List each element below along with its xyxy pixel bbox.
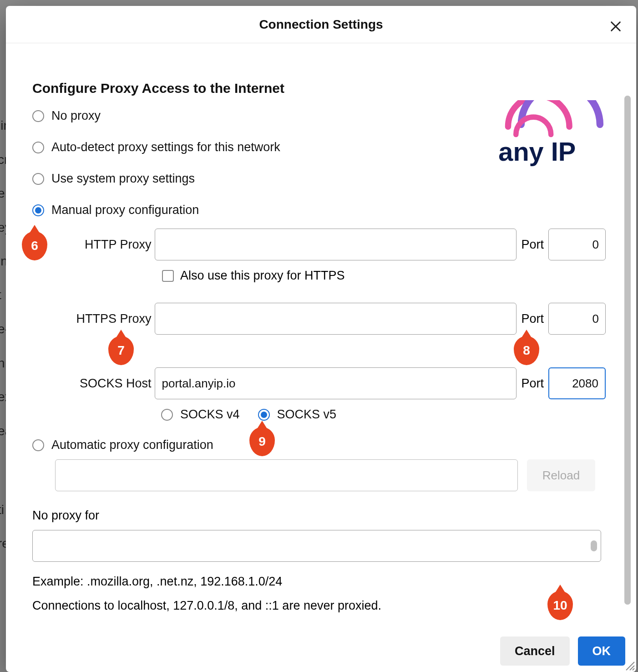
https-proxy-label: HTTPS Proxy — [51, 312, 155, 326]
radio-label: Auto-detect proxy settings for this netw… — [51, 140, 280, 154]
radio-icon — [32, 142, 44, 153]
radio-icon — [258, 409, 270, 421]
port-label: Port — [521, 238, 544, 252]
close-icon — [609, 20, 622, 33]
also-https-row[interactable]: Also use this proxy for HTTPS — [162, 269, 606, 283]
radio-no-proxy[interactable]: No proxy — [32, 109, 606, 123]
socks-port-input[interactable] — [548, 367, 606, 399]
radio-system-proxy[interactable]: Use system proxy settings — [32, 172, 606, 186]
also-https-label: Also use this proxy for HTTPS — [180, 269, 345, 283]
connection-settings-dialog: Connection Settings any IP Configure Pro… — [6, 6, 636, 672]
radio-label: SOCKS v4 — [180, 407, 240, 422]
example-text: Example: .mozilla.org, .net.nz, 192.168.… — [32, 575, 606, 589]
no-proxy-for-input[interactable] — [32, 530, 601, 562]
section-title: Configure Proxy Access to the Internet — [32, 81, 606, 96]
radio-icon — [32, 173, 44, 185]
radio-auto-detect[interactable]: Auto-detect proxy settings for this netw… — [32, 140, 606, 154]
ok-button[interactable]: OK — [578, 636, 626, 666]
port-label: Port — [521, 312, 544, 326]
reload-button[interactable]: Reload — [527, 459, 595, 491]
dialog-footer: Cancel OK — [500, 636, 625, 666]
radio-icon — [32, 110, 44, 122]
radio-socks-v5[interactable]: SOCKS v5 — [258, 407, 337, 422]
radio-manual-proxy[interactable]: Manual proxy configuration — [32, 203, 606, 217]
http-proxy-row: HTTP Proxy Port — [51, 229, 606, 260]
radio-label: SOCKS v5 — [277, 407, 337, 422]
dialog-header: Connection Settings — [6, 6, 636, 43]
https-port-input[interactable] — [548, 303, 606, 335]
radio-label: Manual proxy configuration — [51, 203, 199, 217]
radio-label: Use system proxy settings — [51, 172, 195, 186]
socks-host-input[interactable] — [155, 367, 516, 399]
radio-icon — [161, 409, 173, 421]
dialog-title: Connection Settings — [259, 17, 383, 32]
socks-host-row: SOCKS Host Port — [51, 367, 606, 399]
radio-icon — [32, 204, 44, 216]
svg-line-4 — [633, 668, 634, 670]
note-text: Connections to localhost, 127.0.0.1/8, a… — [32, 599, 606, 612]
socks-version-row: SOCKS v4 SOCKS v5 — [161, 407, 606, 422]
radio-auto-config[interactable]: Automatic proxy configuration — [32, 438, 606, 452]
cancel-button[interactable]: Cancel — [500, 636, 570, 666]
scrollbar-thumb[interactable] — [624, 96, 631, 605]
socks-host-label: SOCKS Host — [51, 377, 155, 391]
radio-label: No proxy — [51, 109, 101, 123]
http-proxy-input[interactable] — [155, 229, 516, 260]
bg-text: t — [0, 288, 1, 302]
auto-config-row: Reload — [32, 459, 606, 491]
dialog-body: any IP Configure Proxy Access to the Int… — [6, 43, 636, 672]
radio-label: Automatic proxy configuration — [51, 438, 213, 452]
http-port-input[interactable] — [548, 229, 606, 260]
https-proxy-input[interactable] — [155, 303, 516, 335]
resize-grip[interactable] — [624, 660, 635, 671]
checkbox-icon — [162, 270, 174, 282]
port-label: Port — [521, 377, 544, 391]
resize-grip-icon — [624, 660, 635, 671]
radio-icon — [32, 439, 44, 451]
auto-config-url-input[interactable] — [55, 459, 518, 491]
radio-socks-v4[interactable]: SOCKS v4 — [161, 407, 240, 422]
no-proxy-for-label: No proxy for — [32, 509, 606, 523]
bg-text: ti — [0, 503, 4, 517]
bg-text: e — [0, 186, 5, 201]
http-proxy-label: HTTP Proxy — [51, 238, 155, 252]
close-button[interactable] — [607, 18, 624, 35]
